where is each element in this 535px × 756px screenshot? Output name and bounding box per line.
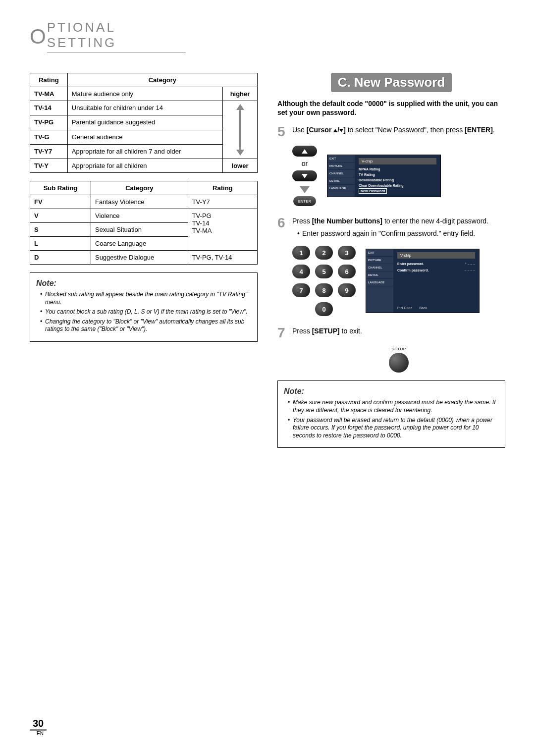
figure-step5: or ENTER EXIT PICTURE CHANNEL DETAIL LAN…	[292, 146, 505, 206]
sub-rating-group: TV-PG TV-14 TV-MA	[188, 209, 257, 251]
cursor-label: [Cursor	[307, 126, 333, 134]
sub-cell: V	[30, 209, 91, 223]
num-button-3[interactable]: 3	[338, 246, 356, 260]
num-button-9[interactable]: 9	[338, 283, 356, 297]
tv-item-selected: New Password	[359, 188, 387, 194]
cursor-pad: or ENTER	[292, 146, 317, 206]
sub-cat-cell: Suggestive Dialogue	[91, 251, 188, 265]
number-pad: 1 2 3 4 5 6 7 8 9 0	[292, 246, 356, 316]
category-cell: Appropriate for all children 7 and older	[67, 144, 222, 159]
page-footer: 30 EN	[30, 718, 47, 736]
tv-side-item: DETAIL	[366, 271, 393, 279]
note-box-1: Note: Blocked sub rating will appear bes…	[30, 272, 258, 342]
tv-main-panel: V-chip MPAA Rating TV Rating Downloadabl…	[355, 155, 440, 197]
step-5: 5 Use [Cursor /] to select "New Password…	[277, 125, 505, 139]
sub-header: Sub Rating	[30, 181, 91, 195]
page-number: 30	[30, 718, 47, 731]
step-number: 5	[277, 125, 292, 139]
sub-cell: L	[30, 237, 91, 251]
step-6: 6 Press [the Number buttons] to enter th…	[277, 216, 505, 239]
arrow-lower: lower	[223, 159, 258, 173]
note-item: Blocked sub rating will appear beside th…	[40, 291, 251, 306]
tv-item: MPAA Rating	[359, 166, 436, 172]
tv-item: Clear Downloadable Rating	[359, 183, 436, 188]
sub-cat-header: Category	[91, 181, 188, 195]
tv-side-item: LANGUAGE	[327, 185, 355, 192]
enter-button[interactable]: ENTER	[293, 196, 316, 206]
step-text-fragment: Use	[292, 126, 307, 134]
tv-menu-1: EXIT PICTURE CHANNEL DETAIL LANGUAGE V-c…	[327, 155, 441, 197]
num-button-0[interactable]: 0	[315, 302, 333, 316]
note-box-2: Note: Make sure new password and confirm…	[277, 380, 505, 448]
step-7: 7 Press [SETUP] to exit.	[277, 326, 505, 340]
tv-item: Downloadable Rating	[359, 177, 436, 183]
down-triangle-icon	[339, 129, 343, 132]
tv-main-panel: V-chip Enter password. * – – – Confirm p…	[393, 249, 479, 313]
section-c-title: C. New Password	[277, 73, 505, 92]
right-column: C. New Password Although the default cod…	[277, 73, 505, 448]
category-cell: Parental guidance suggested	[67, 115, 222, 130]
tv-row-value: – – – –	[465, 269, 475, 272]
tv-row: Enter password. * – – –	[397, 261, 475, 267]
step-number: 6	[277, 216, 292, 230]
num-button-4[interactable]: 4	[292, 265, 310, 278]
step-text-fragment: .	[493, 126, 495, 134]
setup-label: [SETUP]	[312, 327, 340, 335]
page-language: EN	[37, 731, 47, 736]
num-button-5[interactable]: 5	[315, 265, 333, 278]
note-title: Note:	[284, 387, 499, 396]
setup-button[interactable]	[389, 353, 409, 373]
step-text-fragment: to select "New Password", then press	[348, 126, 465, 134]
section-intro: Although the default code "0000" is supp…	[277, 99, 505, 117]
category-cell: Unsuitable for children under 14	[67, 101, 222, 115]
num-button-6[interactable]: 6	[338, 265, 356, 278]
rating-cell: TV-PG	[30, 115, 68, 130]
sub-cell: S	[30, 223, 91, 237]
category-header: Category	[67, 73, 257, 87]
step-text: Press [SETUP] to exit.	[292, 326, 362, 336]
step-text-fragment: Press	[292, 327, 312, 335]
down-arrow-icon	[302, 174, 308, 178]
sub-cat-cell: Fantasy Violence	[91, 195, 188, 209]
sub-cat-cell: Sexual Situation	[91, 223, 188, 237]
tv-title: V-chip	[359, 158, 436, 164]
num-button-1[interactable]: 1	[292, 246, 310, 260]
tv-item: TV Rating	[359, 172, 436, 177]
tv-side-item: EXIT	[366, 249, 393, 257]
page-header: O PTIONAL SETTING	[30, 20, 505, 53]
rating-header: Rating	[30, 73, 68, 87]
left-column: Rating Category TV-MA Mature audience on…	[30, 73, 258, 448]
tv-side-item: CHANNEL	[366, 264, 393, 271]
note-item: Your password will be erased and return …	[288, 417, 499, 440]
step-text: Press [the Number buttons] to enter the …	[292, 216, 488, 239]
tv-side-item: LANGUAGE	[366, 279, 393, 286]
tv-side-menu: EXIT PICTURE CHANNEL DETAIL LANGUAGE	[366, 249, 393, 313]
tv-row-value: * – – –	[465, 262, 475, 266]
tv-side-item: CHANNEL	[327, 170, 355, 177]
section-c-title-text: C. New Password	[331, 73, 452, 92]
enter-label: [ENTER]	[465, 126, 493, 134]
category-cell: Appropriate for all children	[67, 159, 222, 173]
tv-footer-item: PIN Code	[397, 306, 412, 310]
subrating-table: Sub Rating Category Rating FV Fantasy Vi…	[30, 181, 258, 265]
sub-rating-header: Rating	[188, 181, 257, 195]
tv-row-label: Enter password.	[397, 262, 424, 266]
step-text-fragment: to enter the new 4-digit password.	[382, 217, 488, 225]
tv-footer-item: Back	[419, 306, 427, 310]
sub-cell: D	[30, 251, 91, 265]
rating-cell: TV-MA	[30, 87, 68, 101]
arrow-higher: higher	[223, 87, 258, 101]
cursor-down-button[interactable]	[292, 170, 317, 181]
sub-rating-cell: TV-Y7	[188, 195, 257, 209]
num-button-8[interactable]: 8	[315, 283, 333, 297]
step-text: Use [Cursor /] to select "New Password",…	[292, 125, 495, 135]
num-button-7[interactable]: 7	[292, 283, 310, 297]
step-text-fragment: ]	[343, 126, 348, 134]
tv-title: V-chip	[397, 252, 475, 259]
tv-side-menu: EXIT PICTURE CHANNEL DETAIL LANGUAGE	[327, 155, 355, 197]
sub-cat-cell: Coarse Language	[91, 237, 188, 251]
cursor-up-button[interactable]	[292, 146, 317, 157]
num-button-2[interactable]: 2	[315, 246, 333, 260]
or-text: or	[302, 160, 308, 167]
note-item: Make sure new password and confirm passw…	[288, 399, 499, 414]
